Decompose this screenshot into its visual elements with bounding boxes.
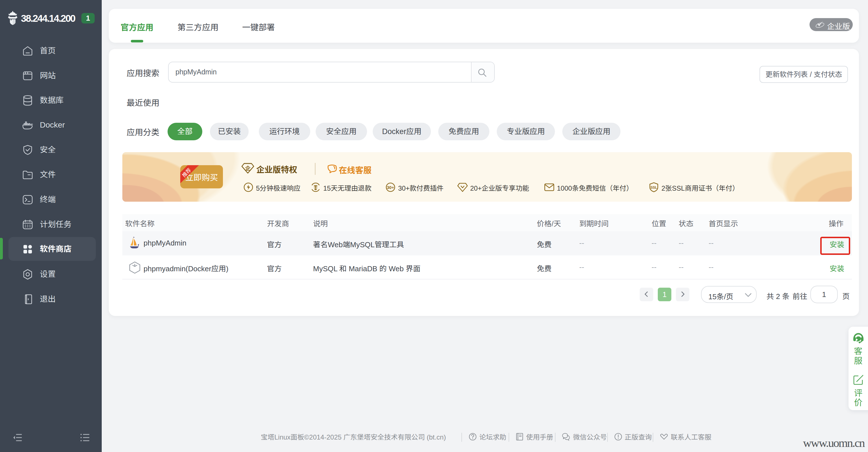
- svg-text:企: 企: [245, 164, 250, 172]
- svg-text:SSL: SSL: [650, 186, 657, 190]
- svg-text:30+: 30+: [387, 185, 394, 190]
